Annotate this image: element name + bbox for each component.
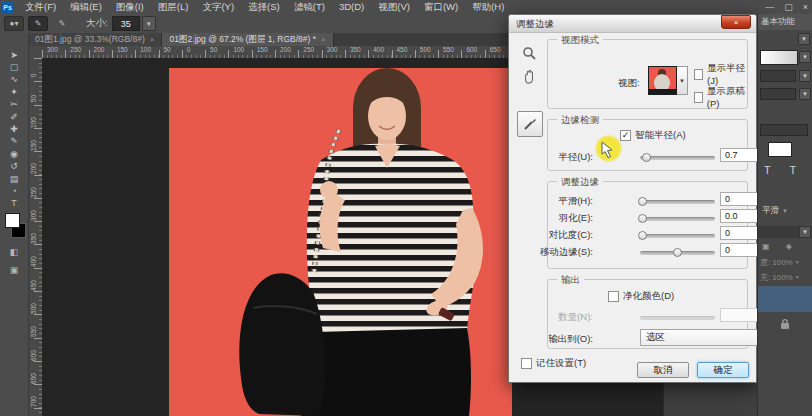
- tab-document-2[interactable]: 01图2.jpg @ 67.2% (图层 1, RGB/8#) * ×: [162, 33, 333, 46]
- tab-title: 01图1.jpg @ 33.3%(RGB/8#): [35, 34, 145, 46]
- tab-title: 01图2.jpg @ 67.2% (图层 1, RGB/8#) *: [169, 34, 316, 46]
- view-label: 视图:: [618, 77, 640, 90]
- dialog-close-button[interactable]: ×: [721, 15, 751, 29]
- opacity-dropdown-arrow[interactable]: ▼: [795, 259, 800, 265]
- opacity-row: 度: 100% ▼: [758, 256, 812, 268]
- view-mode-thumbnail[interactable]: [648, 66, 677, 95]
- shift-edge-label: 移动边缘(S):: [540, 246, 593, 259]
- type-tool[interactable]: T: [0, 196, 28, 211]
- view-mode-dropdown-arrow[interactable]: ▼: [677, 66, 688, 95]
- cancel-button[interactable]: 取消: [637, 362, 689, 378]
- hruler-label: 0: [187, 46, 191, 53]
- adjust-edge-group-title: 调整边缘: [557, 176, 603, 189]
- menu-item-view[interactable]: 视图(V): [371, 1, 417, 14]
- blend-mode-dropdown-arrow[interactable]: ▼: [799, 226, 811, 238]
- decontaminate-colors-label: 净化颜色(D): [623, 290, 674, 303]
- foreground-color-swatch[interactable]: [5, 213, 20, 228]
- model-photo-illustration: [169, 68, 512, 416]
- workspace-switcher[interactable]: 基本功能: [758, 14, 812, 30]
- panel-field-3[interactable]: [760, 124, 808, 136]
- field-dropdown-arrow-1[interactable]: ▼: [799, 70, 811, 82]
- amount-slider-track: [640, 316, 715, 320]
- radius-slider-track[interactable]: [640, 156, 715, 160]
- tab-close-icon[interactable]: ×: [321, 35, 326, 44]
- contrast-slider-thumb[interactable]: [638, 231, 647, 240]
- layer-lock-icons[interactable]: ▣ ◈: [762, 242, 799, 251]
- screen-mode-toggle[interactable]: ▣: [0, 263, 28, 277]
- erase-refinements-icon[interactable]: ✎: [52, 16, 72, 31]
- smooth-label: 平滑(H):: [558, 195, 593, 208]
- smart-radius-checkbox[interactable]: ✓ 智能半径(A): [620, 129, 686, 142]
- tab-close-icon[interactable]: ×: [150, 35, 155, 44]
- smooth-slider-thumb[interactable]: [638, 197, 647, 206]
- panel-field-2[interactable]: [760, 88, 796, 100]
- menu-item-select[interactable]: 选择(S): [241, 1, 287, 14]
- mouse-cursor-icon: [601, 142, 614, 158]
- panel-field-1[interactable]: [760, 70, 796, 82]
- hruler-label: 50: [164, 46, 171, 53]
- brush-mode-icon[interactable]: ✎: [28, 16, 48, 31]
- layers-panel-header: ▼: [758, 226, 812, 238]
- checkbox-box[interactable]: [521, 358, 532, 369]
- dialog-title-bar[interactable]: 调整边缘 ×: [509, 15, 756, 33]
- menu-item-window[interactable]: 窗口(W): [417, 1, 465, 14]
- fill-value[interactable]: 100%: [772, 273, 792, 282]
- remember-settings-checkbox[interactable]: 记住设置(T): [521, 357, 586, 370]
- ok-button[interactable]: 确定: [697, 362, 749, 378]
- hand-tool-button[interactable]: [518, 67, 540, 87]
- adjust-edge-group: 调整边缘 平滑(H): 0 羽化(E): 0.0 像素 对比度(C): 0 % …: [547, 181, 748, 269]
- shift-edge-slider-thumb[interactable]: [673, 248, 682, 257]
- checkbox-box[interactable]: [694, 69, 703, 80]
- decontaminate-colors-checkbox[interactable]: 净化颜色(D): [608, 290, 674, 303]
- antialias-select[interactable]: 平滑 ▼: [758, 204, 812, 217]
- menu-item-file[interactable]: 文件(F): [18, 1, 63, 14]
- radius-slider-thumb[interactable]: [642, 153, 651, 162]
- brush-preset-icon[interactable]: ●▾: [4, 16, 24, 31]
- contrast-label: 对比度(C):: [549, 229, 593, 242]
- checkbox-box[interactable]: [608, 291, 619, 302]
- selected-layer-row[interactable]: [758, 286, 812, 312]
- show-radius-checkbox[interactable]: 显示半径 (J): [694, 62, 747, 86]
- menu-item-type[interactable]: 文字(Y): [195, 1, 241, 14]
- checkbox-box-checked[interactable]: ✓: [620, 130, 631, 141]
- brush-size-dropdown[interactable]: ▼: [142, 16, 156, 31]
- menu-item-filter[interactable]: 滤镜(T): [287, 1, 332, 14]
- restore-button[interactable]: ▢: [784, 2, 793, 12]
- feather-slider-track[interactable]: [640, 217, 715, 221]
- close-button[interactable]: ×: [803, 2, 808, 12]
- amount-label: 数量(N):: [558, 311, 593, 324]
- brush-size-value[interactable]: 35: [112, 16, 140, 31]
- opacity-value[interactable]: 100%: [772, 258, 792, 267]
- type-style-icons[interactable]: T T: [764, 164, 804, 176]
- menu-item-image[interactable]: 图像(I): [109, 1, 151, 14]
- amount-slider-row: 数量(N): %: [548, 310, 749, 324]
- panel-dropdown-arrow[interactable]: ▼: [798, 33, 810, 45]
- show-original-checkbox[interactable]: 显示原稿 (P): [694, 85, 747, 109]
- contrast-slider-track[interactable]: [640, 234, 715, 238]
- refine-radius-tool-button[interactable]: [517, 111, 543, 137]
- gradient-swatch[interactable]: [760, 50, 798, 65]
- menu-item-layer[interactable]: 图层(L): [151, 1, 196, 14]
- zoom-tool-button[interactable]: [518, 43, 540, 63]
- feather-slider-thumb[interactable]: [638, 214, 647, 223]
- minimize-button[interactable]: —: [765, 2, 774, 12]
- menu-item-edit[interactable]: 编辑(E): [63, 1, 109, 14]
- hruler-label: 600: [466, 46, 477, 53]
- color-swatch-white[interactable]: [768, 142, 792, 157]
- document-photo[interactable]: [169, 68, 512, 416]
- quick-mask-toggle[interactable]: ◧: [0, 245, 28, 259]
- vruler-label: 0: [30, 68, 37, 84]
- hruler-label: 250: [303, 46, 314, 53]
- edge-detection-group: 边缘检测 ✓ 智能半径(A) 半径(U): 0.7 像素: [547, 119, 748, 171]
- shift-edge-slider-track[interactable]: [640, 251, 715, 255]
- vruler-label: 700: [30, 394, 37, 410]
- menu-item-3d[interactable]: 3D(D): [332, 1, 371, 14]
- field-dropdown-arrow-2[interactable]: ▼: [799, 88, 811, 100]
- checkbox-box[interactable]: [694, 92, 703, 103]
- fill-dropdown-arrow[interactable]: ▼: [795, 274, 800, 280]
- swatch-dropdown-arrow[interactable]: ▼: [799, 51, 811, 63]
- menu-item-help[interactable]: 帮助(H): [465, 1, 511, 14]
- tab-document-1[interactable]: 01图1.jpg @ 33.3%(RGB/8#) ×: [28, 33, 162, 46]
- smooth-slider-track[interactable]: [640, 200, 715, 204]
- antialias-value: 平滑: [762, 205, 779, 217]
